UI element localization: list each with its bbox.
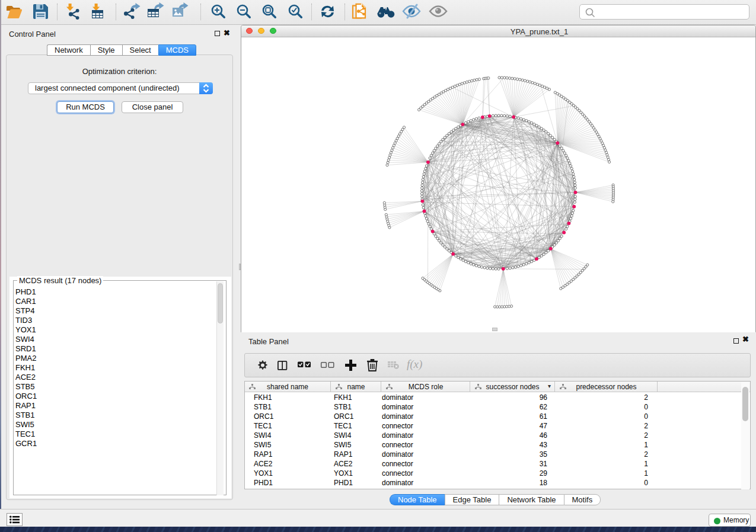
svg-text:f(x): f(x) <box>407 358 422 371</box>
